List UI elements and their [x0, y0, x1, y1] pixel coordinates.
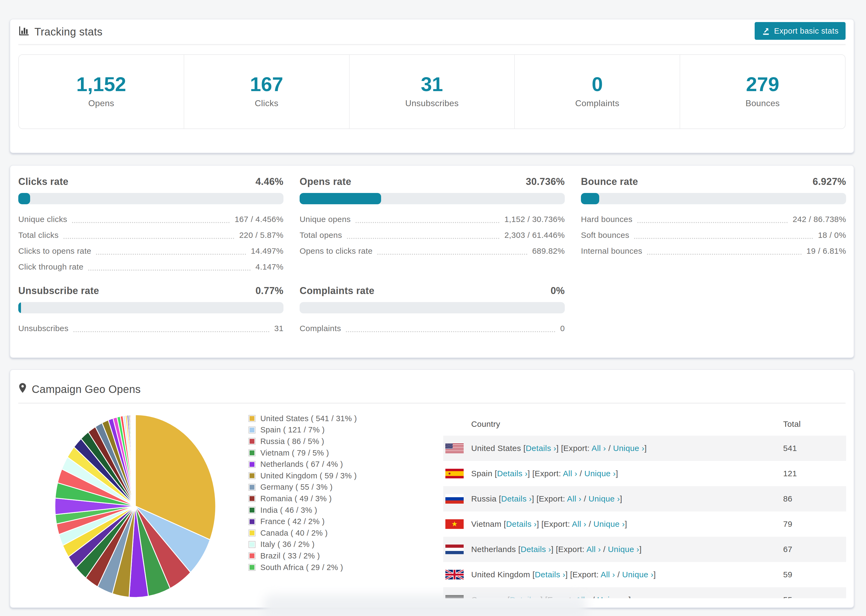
geo-opens-body: Campaign Geo Opens United States ( 541 /… — [10, 370, 853, 598]
geo-opens-pie-chart — [54, 414, 217, 598]
rate-head: Clicks rate4.46% — [18, 175, 283, 188]
stat-opens: 1,152Opens — [19, 55, 184, 129]
rate-row-value: 220 / 5.87% — [239, 231, 283, 239]
details-link[interactable]: Details › — [497, 469, 527, 478]
rate-row-label: Soft bounces — [581, 231, 629, 239]
geo-row-text: Russia [Details ›] [Export: All › / Uniq… — [471, 494, 622, 503]
stat-complaints: 0Complaints — [515, 55, 680, 129]
legend-label: Germany ( 55 / 3% ) — [260, 483, 333, 492]
details-link[interactable]: Details › — [506, 520, 537, 528]
legend-item: Germany ( 55 / 3% ) — [249, 482, 357, 493]
geo-table-header: CountryTotal — [443, 412, 846, 436]
geo-table-row: Russia [Details ›] [Export: All › / Uniq… — [443, 486, 846, 511]
stat-value: 167 — [184, 75, 349, 94]
rate-row-label: Unique clicks — [18, 215, 67, 223]
geo-row-total: 121 — [783, 469, 797, 478]
legend-swatch — [249, 426, 255, 434]
geo-row-text: Spain [Details ›] [Export: All › / Uniqu… — [471, 469, 618, 478]
export-all-link[interactable]: All › — [567, 494, 581, 503]
rate-row-label: Opens to clicks rate — [299, 247, 373, 255]
stat-unsubscribes: 31Unsubscribes — [350, 55, 515, 129]
flag-icon-es — [446, 469, 464, 478]
stat-value: 0 — [515, 75, 680, 94]
geo-opens-card: Campaign Geo Opens United States ( 541 /… — [10, 369, 854, 608]
rate-section-unsubscribe-rate: Unsubscribe rate0.77%Unsubscribes31 — [18, 284, 283, 341]
export-all-link[interactable]: All › — [601, 570, 615, 579]
details-link[interactable]: Details › — [501, 494, 532, 503]
divider — [18, 402, 846, 404]
rate-percent: 0.77% — [255, 285, 283, 297]
stat-clicks: 167Clicks — [184, 55, 350, 129]
legend-label: Spain ( 121 / 7% ) — [260, 426, 324, 434]
export-all-link[interactable]: All › — [563, 469, 578, 478]
rate-head: Unsubscribe rate0.77% — [18, 284, 283, 297]
rate-title: Unsubscribe rate — [18, 285, 99, 297]
legend-swatch — [249, 518, 255, 525]
legend-label: Italy ( 36 / 2% ) — [260, 540, 315, 549]
legend-label: France ( 42 / 2% ) — [260, 517, 324, 526]
legend-item: Netherlands ( 67 / 4% ) — [249, 459, 357, 470]
rate-row: Hard bounces242 / 86.738% — [581, 215, 846, 223]
rate-rows: Unique opens1,152 / 30.736%Total opens2,… — [299, 215, 565, 255]
geo-opens-title: Campaign Geo Opens — [32, 383, 141, 395]
geo-table-row: Vietnam [Details ›] [Export: All › / Uni… — [443, 511, 846, 537]
export-unique-link[interactable]: Unique › — [589, 494, 620, 503]
export-unique-link[interactable]: Unique › — [613, 444, 644, 453]
rate-row: Complaints0 — [299, 325, 565, 332]
rate-progress-bar — [18, 302, 283, 313]
flag-icon-vn — [446, 519, 464, 529]
rate-row-value: 689.82% — [532, 247, 565, 255]
stat-label: Bounces — [680, 98, 845, 108]
rate-rows: Unique clicks167 / 4.456%Total clicks220… — [18, 215, 283, 271]
rate-row: Unsubscribes31 — [18, 325, 283, 332]
export-all-link[interactable]: All › — [572, 520, 587, 528]
rate-row: Unique opens1,152 / 30.736% — [299, 215, 565, 223]
details-link[interactable]: Details › — [521, 545, 551, 554]
export-unique-link[interactable]: Unique › — [597, 595, 628, 598]
rate-row-label: Click through rate — [18, 263, 83, 271]
legend-label: United Kingdom ( 59 / 3% ) — [260, 471, 357, 480]
stat-label: Unsubscribes — [350, 98, 515, 108]
export-unique-link[interactable]: Unique › — [584, 469, 616, 478]
details-link[interactable]: Details › — [526, 444, 556, 453]
rate-row-value: 0 — [560, 325, 565, 332]
dotted-leader — [96, 249, 246, 255]
map-pin-icon — [18, 383, 27, 396]
stats-summary-row: 1,152Opens167Clicks31Unsubscribes0Compla… — [18, 54, 846, 129]
rate-title: Bounce rate — [581, 176, 638, 187]
rate-title: Opens rate — [299, 176, 351, 187]
rate-head: Opens rate30.736% — [299, 175, 565, 188]
stat-value: 279 — [680, 75, 845, 94]
legend-swatch — [249, 530, 255, 536]
rate-row-value: 14.497% — [251, 247, 283, 255]
stat-label: Opens — [19, 98, 184, 108]
legend-item: Brazil ( 33 / 2% ) — [249, 550, 357, 562]
rate-progress-bar — [581, 193, 846, 204]
legend-item: South Africa ( 29 / 2% ) — [249, 562, 357, 573]
legend-swatch — [249, 415, 255, 422]
legend-swatch — [249, 438, 255, 445]
export-all-link[interactable]: All › — [586, 545, 601, 554]
geo-row-total: 541 — [783, 444, 797, 453]
dotted-leader — [638, 217, 788, 223]
stat-label: Complaints — [515, 98, 680, 108]
export-all-link[interactable]: All › — [592, 444, 606, 453]
rate-row: Clicks to opens rate14.497% — [18, 247, 283, 255]
geo-table-row: Netherlands [Details ›] [Export: All › /… — [443, 537, 846, 562]
flag-icon-nl — [446, 545, 464, 554]
legend-label: India ( 46 / 3% ) — [260, 506, 317, 515]
details-link[interactable]: Details › — [535, 570, 565, 579]
flag-icon-ru — [446, 494, 464, 504]
rate-rows: Unsubscribes31 — [18, 325, 283, 332]
blur-overlay — [264, 594, 586, 616]
rate-row-value: 2,303 / 61.446% — [504, 231, 565, 239]
export-unique-link[interactable]: Unique › — [593, 520, 625, 528]
legend-item: France ( 42 / 2% ) — [249, 516, 357, 527]
dotted-leader — [647, 249, 801, 255]
rate-row-label: Unique opens — [299, 215, 351, 223]
rate-row-label: Total clicks — [18, 231, 58, 239]
rate-row-label: Total opens — [299, 231, 342, 239]
export-unique-link[interactable]: Unique › — [608, 545, 639, 554]
export-unique-link[interactable]: Unique › — [622, 570, 653, 579]
export-basic-stats-button[interactable]: Export basic stats — [755, 22, 846, 40]
